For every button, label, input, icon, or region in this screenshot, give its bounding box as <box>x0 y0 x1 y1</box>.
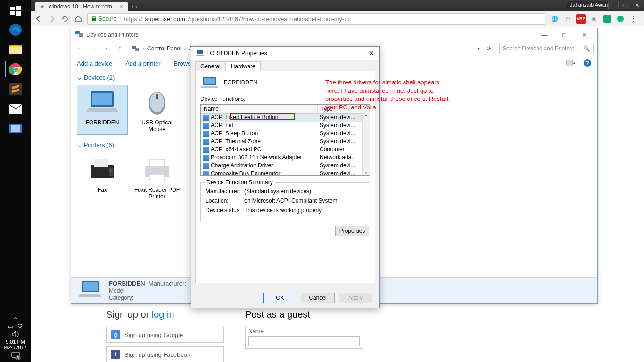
chrome-window-controls: — □ ✕ <box>608 1 642 9</box>
device-row-icon <box>203 155 209 161</box>
svg-rect-47 <box>149 174 165 181</box>
svg-rect-36 <box>92 93 112 105</box>
url-host: superuser.com <box>145 16 185 23</box>
browser-tab[interactable]: windows 10 - How to rem × <box>35 2 128 11</box>
device-function-row[interactable]: ACPI Thermal ZoneSystem devi... <box>201 138 370 146</box>
explorer-search[interactable]: Search Devices and Printers 🔍 <box>499 43 594 54</box>
explorer-up-button[interactable]: ↑ <box>115 43 125 54</box>
device-row-icon <box>203 123 209 129</box>
breadcrumb-dropdown-icon[interactable]: ▾ <box>474 45 483 52</box>
tab-general[interactable]: General <box>195 61 226 71</box>
explorer-recent-button[interactable]: ▾ <box>101 43 112 54</box>
wifi-icon[interactable] <box>17 323 23 329</box>
svg-rect-46 <box>149 159 165 167</box>
facebook-icon: f <box>111 350 120 359</box>
svg-point-10 <box>14 68 17 71</box>
home-button[interactable] <box>74 15 83 23</box>
printer-item-fax[interactable]: Fax <box>77 152 128 202</box>
device-function-row[interactable]: Composite Bus EnumeratorSystem devi... <box>201 170 370 176</box>
taskbar-edge-icon[interactable] <box>5 20 26 40</box>
reload-button[interactable] <box>61 15 69 23</box>
explorer-maximize-button[interactable]: □ <box>555 30 574 40</box>
translate-icon[interactable]: 🌐 <box>550 14 559 24</box>
action-center-icon[interactable]: 3 <box>11 352 20 359</box>
search-placeholder: Search Devices and Printers <box>503 45 583 52</box>
device-function-summary: Device Function Summary Manufacturer:(St… <box>200 182 370 221</box>
device-row-type: System devi... <box>320 122 368 130</box>
ext-icon-3[interactable] <box>616 14 625 24</box>
star-icon[interactable]: ☆ <box>563 14 572 24</box>
facebook-signup-button[interactable]: f Sign up using Facebook <box>106 346 224 362</box>
printer-item-foxit[interactable]: Foxit Reader PDF Printer <box>132 152 182 202</box>
device-row-type: System devi... <box>320 170 368 176</box>
explorer-forward-button[interactable]: → <box>88 43 99 54</box>
ext-icon-2[interactable] <box>603 14 612 24</box>
footer-category-label: Category: <box>109 295 186 301</box>
list-scrollbar[interactable] <box>362 113 370 175</box>
explorer-minimize-button[interactable]: — <box>535 30 554 40</box>
clock[interactable]: 9:01 PM 9/24/2017 <box>4 339 27 350</box>
google-signup-button[interactable]: g Sign up using Google <box>106 327 224 343</box>
explorer-titlebar[interactable]: Devices and Printers — □ ✕ <box>71 28 597 41</box>
taskbar-explorer-icon[interactable] <box>5 40 26 59</box>
svg-rect-11 <box>9 83 22 95</box>
svg-rect-16 <box>92 18 96 21</box>
start-button[interactable] <box>5 2 26 20</box>
chrome-menu-icon[interactable]: ⋮ <box>629 14 638 24</box>
minimize-button[interactable]: — <box>608 1 619 9</box>
tab-close-icon[interactable]: × <box>120 3 123 10</box>
add-device-button[interactable]: Add a device <box>77 60 112 67</box>
device-row-icon <box>203 115 209 121</box>
taskbar-sublime-icon[interactable] <box>5 79 26 99</box>
dialog-close-button[interactable]: ✕ <box>355 49 374 57</box>
add-printer-button[interactable]: Add a printer <box>125 60 160 67</box>
footer-device-name: FORBIDDEN Manufacturer: <box>109 280 186 287</box>
help-icon[interactable]: ? <box>583 59 592 67</box>
explorer-back-button[interactable]: ← <box>75 43 85 54</box>
address-bar[interactable]: Secure | https://superuser.com/questions… <box>87 13 545 25</box>
device-function-row[interactable]: Broadcom 802.11n Network AdapterNetwork … <box>201 154 370 162</box>
close-button[interactable]: ✕ <box>632 1 642 9</box>
battery-icon[interactable]: ▭ <box>8 323 13 329</box>
tab-hardware[interactable]: Hardware <box>226 61 261 71</box>
tab-title: windows 10 - How to rem <box>49 3 112 10</box>
breadcrumb-item[interactable]: Control Panel <box>144 45 184 52</box>
tray-expand-icon[interactable]: › <box>11 317 19 320</box>
ok-button[interactable]: OK <box>263 293 297 303</box>
new-tab-button[interactable]: ▱ <box>128 2 141 11</box>
forward-button[interactable] <box>48 15 56 23</box>
device-row-name: Broadcom 802.11n Network Adapter <box>211 154 302 162</box>
view-dropdown-icon[interactable] <box>566 60 577 66</box>
taskbar-mail-icon[interactable] <box>5 99 26 119</box>
chrome-profile-button[interactable]: Jahanzaib Awan <box>567 1 611 8</box>
device-function-row[interactable]: ACPI x64-based PCComputer <box>201 146 370 154</box>
device-name: FORBIDDEN <box>224 79 257 86</box>
breadcrumb-root-icon <box>129 45 142 52</box>
cancel-button[interactable]: Cancel <box>301 293 335 303</box>
properties-titlebar[interactable]: FORBIDDEN Properties ✕ <box>191 47 379 60</box>
taskbar-chrome-icon[interactable] <box>5 59 26 79</box>
device-row-type: System devi... <box>320 130 368 138</box>
refresh-icon[interactable]: ⟳ <box>484 45 494 52</box>
svg-rect-41 <box>94 159 108 167</box>
taskbar-app-icon[interactable] <box>5 119 26 139</box>
device-row-name: ACPI Lid <box>211 122 233 130</box>
device-function-row[interactable]: Charge Arbitration DriverSystem devi... <box>201 162 370 170</box>
abp-icon[interactable]: ABP <box>576 14 586 24</box>
svg-rect-17 <box>603 15 611 23</box>
url-path: /questions/1234167/how-to-removesimatic-… <box>188 16 351 23</box>
volume-icon[interactable] <box>12 331 19 337</box>
explorer-close-button[interactable]: ✕ <box>575 30 594 40</box>
properties-button[interactable]: Properties <box>335 226 369 236</box>
device-function-row[interactable]: ACPI LidSystem devi... <box>201 122 370 130</box>
ext-icon-1[interactable]: ◉ <box>589 14 599 24</box>
login-link[interactable]: log in <box>152 309 174 320</box>
maximize-button[interactable]: □ <box>620 1 630 9</box>
device-item-forbidden[interactable]: FORBIDDEN <box>77 85 128 135</box>
name-input[interactable] <box>248 336 360 346</box>
device-row-name: ACPI Sleep Button <box>211 130 258 138</box>
device-item-mouse[interactable]: USB Optical Mouse <box>132 85 182 135</box>
device-function-row[interactable]: ACPI Sleep ButtonSystem devi... <box>201 130 370 138</box>
back-button[interactable] <box>34 15 43 23</box>
apply-button[interactable]: Apply <box>339 293 372 303</box>
